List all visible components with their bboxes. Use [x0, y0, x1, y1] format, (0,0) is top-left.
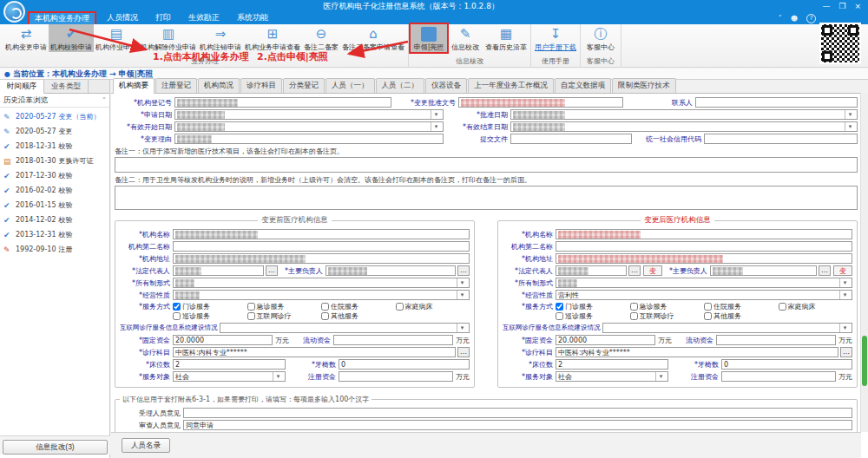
checkbox-emergency[interactable]: 急诊服务 — [247, 302, 322, 311]
checkbox-touring[interactable]: 巡诊服务 — [173, 311, 247, 321]
second-name-input[interactable] — [173, 241, 470, 252]
tab-treatment-subjects[interactable]: 诊疗科目 — [240, 78, 282, 93]
fixed-fund-input[interactable]: 20.0000 — [173, 335, 273, 345]
restore-button[interactable]: ❐ — [838, 2, 845, 10]
chevron-down-icon[interactable]: ▾ — [273, 372, 283, 381]
menu-item-personnel[interactable]: 人员情况 — [100, 11, 145, 26]
history-item[interactable]: ✔ 2016-02-02 校验 — [0, 183, 109, 198]
ownership-select[interactable]: ▾ — [173, 278, 470, 288]
toolbar-button-license-claim[interactable]: 电子证照 申领|亮照 — [411, 24, 447, 52]
menu-item-effective-correction[interactable]: 生效勘正 — [181, 11, 227, 26]
history-item[interactable]: ✎ 1992-09-10 注册 — [0, 242, 109, 257]
principal-picker-button[interactable]: … — [457, 265, 470, 276]
tab-business-type[interactable]: 业务类型 — [44, 80, 89, 93]
chevron-down-icon[interactable]: ▾ — [655, 372, 666, 381]
collapse-icon[interactable]: ˄ — [102, 96, 106, 105]
org-name-input[interactable] — [173, 229, 470, 239]
subjects-input[interactable]: 中医科:内科专业****** — [173, 347, 456, 357]
legal-rep-input[interactable] — [173, 265, 264, 276]
current-fund-input[interactable] — [333, 335, 453, 345]
tab-equipment[interactable]: 仪器设备 — [425, 78, 467, 93]
other-checkbox[interactable] — [321, 312, 329, 320]
help-icon[interactable]: ? — [806, 14, 816, 23]
chevron-down-icon[interactable]: ▾ — [839, 291, 850, 299]
toolbar-button-manual-download[interactable]: ↧ 用户手册下载 — [533, 24, 578, 52]
menu-item-print[interactable]: 打印 — [148, 11, 178, 26]
outpatient-checkbox[interactable] — [556, 303, 563, 311]
chevron-down-icon[interactable]: ▾ — [431, 122, 441, 131]
contact-input[interactable] — [695, 97, 858, 108]
checkbox-internet[interactable]: 互联网诊疗 — [630, 311, 705, 321]
inpatient-checkbox[interactable] — [321, 303, 329, 311]
history-item[interactable]: ▤ 2018-01-30 更换许可证 — [0, 154, 109, 168]
checkbox-inpatient[interactable]: 住院服务 — [704, 302, 779, 311]
chevron-down-icon[interactable]: ▾ — [457, 278, 467, 287]
chevron-down-icon[interactable]: ▾ — [845, 110, 855, 119]
note2-textarea[interactable] — [115, 186, 858, 210]
checkbox-other[interactable]: 其他服务 — [321, 311, 396, 321]
address-input[interactable] — [556, 253, 852, 264]
service-target-select[interactable]: 社会▾ — [173, 371, 286, 382]
minimize-button[interactable]: — — [822, 2, 830, 10]
change-doc-no-input[interactable] — [458, 97, 623, 108]
current-fund-input[interactable] — [716, 335, 836, 345]
chairs-input[interactable]: 0 — [721, 359, 852, 370]
toolbar-button-org-deregister-apply[interactable]: ⇒ 机构注销申请 — [198, 24, 243, 52]
principal-input[interactable] — [710, 265, 817, 276]
checkbox-home-bed[interactable]: 家庭病床 — [779, 302, 853, 311]
other-checkbox[interactable] — [704, 312, 712, 320]
principal-change-button[interactable]: 变 — [833, 265, 852, 276]
beds-input[interactable]: 2 — [556, 359, 668, 370]
legal-rep-input[interactable] — [556, 265, 627, 276]
outpatient-checkbox[interactable] — [173, 303, 181, 311]
vertical-scrollbar[interactable] — [860, 93, 868, 432]
home-bed-checkbox[interactable] — [396, 303, 404, 311]
touring-checkbox[interactable] — [173, 312, 181, 320]
chevron-down-icon[interactable]: ▾ — [845, 122, 855, 131]
nature-select[interactable]: ▾ — [173, 290, 470, 300]
close-button[interactable]: × — [854, 2, 861, 10]
nature-select[interactable]: 营利性▾ — [556, 290, 852, 300]
tab-restricted-tech[interactable]: 限制类医疗技术 — [612, 78, 676, 93]
valid-start-input[interactable]: ▾ — [174, 121, 444, 132]
tab-registration[interactable]: 注册登记 — [155, 78, 197, 93]
toolbar-button-view-applications[interactable]: ⊞ 机构业务申请查看 — [243, 24, 302, 52]
history-item[interactable]: ✔ 2016-01-15 校验 — [0, 198, 109, 213]
scrollbar-thumb[interactable] — [862, 336, 867, 386]
internet-checkbox[interactable] — [247, 312, 255, 320]
tab-time-order[interactable]: 时间顺序 — [0, 80, 44, 94]
tab-org-profile[interactable]: 机构简况 — [198, 78, 240, 93]
internet-checkbox[interactable] — [630, 312, 638, 320]
history-item[interactable]: ✔ 2013-12-31 校验 — [0, 227, 109, 242]
reg-fund-input[interactable] — [721, 371, 836, 382]
checkbox-other[interactable]: 其他服务 — [704, 311, 779, 321]
toolbar-button-view-history[interactable]: ▦ 查看历史沿革 — [483, 24, 529, 52]
touring-checkbox[interactable] — [556, 312, 563, 320]
checkbox-outpatient[interactable]: 门诊服务 — [556, 302, 630, 311]
emergency-checkbox[interactable] — [630, 303, 638, 311]
checkbox-internet[interactable]: 互联网诊疗 — [247, 311, 322, 321]
history-item[interactable]: ✔ 2014-12-02 校验 — [0, 213, 109, 227]
legal-rep-picker-button[interactable]: … — [628, 265, 641, 276]
service-target-select[interactable]: 社会▾ — [556, 371, 668, 382]
toolbar-button-org-change-apply[interactable]: ⇄ 机构变更申请 — [3, 24, 49, 52]
org-name-input[interactable] — [556, 229, 852, 239]
submit-doc-input[interactable] — [510, 134, 632, 144]
history-item[interactable]: ✎ 2020-05-27 变更 — [0, 124, 109, 139]
history-item[interactable]: ✎ 2020-05-27 变更（当前） — [0, 109, 109, 124]
beds-input[interactable]: 2 — [173, 359, 286, 370]
toolbar-button-service-center[interactable]: ⓘ 客服中心 — [582, 24, 619, 52]
info-correction-button[interactable]: 信息批改(3) — [3, 440, 108, 455]
history-item[interactable]: ✔ 2018-12-31 校验 — [0, 139, 109, 154]
toolbar-button-org-check-apply[interactable]: ✔ 机构校验申请 — [49, 24, 94, 52]
legal-rep-picker-button[interactable]: … — [266, 265, 278, 276]
accept-opinion-input[interactable] — [183, 408, 852, 418]
personnel-list-button[interactable]: 人员名录 — [122, 438, 170, 453]
history-item[interactable]: ✔ 2017-12-30 校验 — [0, 168, 109, 183]
toolbar-button-note2-filing-view[interactable]: ⌂ 备注二备案申请查看 — [340, 24, 406, 52]
valid-end-input[interactable]: ▾ — [510, 121, 858, 132]
approve-date-input[interactable]: ▾ — [510, 109, 858, 120]
note1-textarea[interactable] — [115, 157, 858, 173]
subjects-picker-button[interactable]: … — [840, 347, 852, 357]
toolbar-button-org-suspend-apply[interactable]: ▤ 机构停业申请 — [94, 24, 139, 52]
